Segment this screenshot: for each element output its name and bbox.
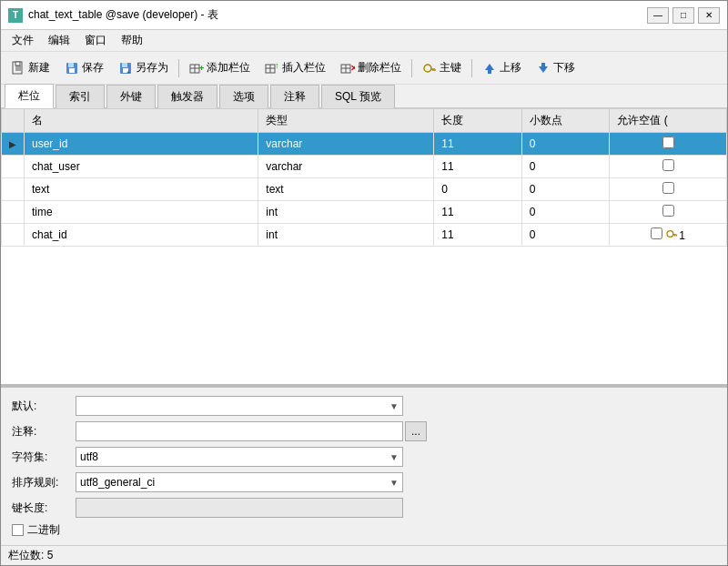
close-button[interactable]: ✕ xyxy=(698,7,720,24)
main-area: 名 类型 长度 小数点 允许空值 ( ▶user_idvarchar110cha… xyxy=(1,108,727,545)
row-type[interactable]: int xyxy=(258,224,434,247)
saveas-icon: + xyxy=(118,61,133,76)
binary-checkbox[interactable] xyxy=(12,524,24,536)
minimize-button[interactable]: — xyxy=(647,7,669,24)
row-allownull[interactable] xyxy=(610,201,727,224)
row-length[interactable]: 11 xyxy=(434,224,522,247)
keylength-label: 键长度: xyxy=(12,500,76,516)
allownull-checkbox[interactable] xyxy=(662,182,674,194)
save-button[interactable]: 保存 xyxy=(58,56,110,81)
comment-row: 注释: ... xyxy=(12,420,716,442)
comment-dots-button[interactable]: ... xyxy=(405,421,427,441)
binary-row: 二进制 xyxy=(12,522,716,538)
new-label: 新建 xyxy=(28,60,50,76)
keylength-input xyxy=(76,498,403,518)
row-indicator xyxy=(2,156,25,178)
tab-triggers[interactable]: 触发器 xyxy=(157,85,217,108)
allownull-checkbox[interactable] xyxy=(662,159,674,171)
table-row[interactable]: chat_idint1101 xyxy=(2,224,727,247)
collation-value: utf8_general_ci xyxy=(80,476,155,489)
svg-text:+: + xyxy=(199,64,204,73)
menu-file[interactable]: 文件 xyxy=(5,31,41,50)
svg-point-24 xyxy=(424,65,431,72)
default-label: 默认: xyxy=(12,399,76,414)
col-type-header: 类型 xyxy=(258,109,434,133)
comment-input[interactable] xyxy=(76,421,403,441)
table-row[interactable]: chat_uservarchar110 xyxy=(2,156,727,178)
moveup-button[interactable]: 上移 xyxy=(476,56,528,81)
row-name[interactable]: chat_user xyxy=(25,156,258,178)
insertcol-button[interactable]: ↑ 插入栏位 xyxy=(258,56,332,81)
row-indicator xyxy=(2,201,25,224)
movedown-icon xyxy=(536,61,551,76)
row-allownull[interactable]: 1 xyxy=(610,224,727,247)
row-name[interactable]: user_id xyxy=(25,133,258,156)
row-allownull[interactable] xyxy=(610,133,727,156)
movedown-button[interactable]: 下移 xyxy=(530,56,581,81)
tab-columns[interactable]: 栏位 xyxy=(5,84,54,108)
menu-help[interactable]: 帮助 xyxy=(114,31,150,50)
table-scroll[interactable]: 名 类型 长度 小数点 允许空值 ( ▶user_idvarchar110cha… xyxy=(1,108,727,384)
row-type[interactable]: int xyxy=(258,201,434,224)
row-name[interactable]: chat_id xyxy=(25,224,258,247)
default-select[interactable]: ▼ xyxy=(76,396,403,416)
svg-rect-9 xyxy=(122,63,127,67)
svg-rect-31 xyxy=(541,63,545,66)
row-allownull[interactable] xyxy=(610,178,727,201)
toolbar-separator-1 xyxy=(178,59,179,77)
svg-point-32 xyxy=(667,231,673,238)
tab-indexes[interactable]: 索引 xyxy=(56,85,105,108)
tab-sqlpreview[interactable]: SQL 预览 xyxy=(321,85,395,108)
collation-dropdown-icon: ▼ xyxy=(389,478,399,488)
allownull-checkbox[interactable] xyxy=(662,205,674,217)
moveup-icon xyxy=(482,61,497,76)
row-length[interactable]: 11 xyxy=(434,133,522,156)
charset-select[interactable]: utf8 ▼ xyxy=(76,447,403,467)
row-name[interactable]: time xyxy=(25,201,258,224)
svg-rect-1 xyxy=(15,62,20,66)
key-number: 1 xyxy=(679,229,685,242)
menu-window[interactable]: 窗口 xyxy=(77,31,114,50)
window-title: chat_text_table @save (developer) - 表 xyxy=(28,7,218,23)
row-decimal[interactable]: 0 xyxy=(521,201,610,224)
insertcol-label: 插入栏位 xyxy=(282,60,326,76)
addcol-button[interactable]: + 添加栏位 xyxy=(183,56,257,81)
collation-label: 排序规则: xyxy=(12,475,76,490)
menu-edit[interactable]: 编辑 xyxy=(41,31,77,50)
new-button[interactable]: 新建 xyxy=(5,56,56,81)
row-decimal[interactable]: 0 xyxy=(521,133,610,156)
row-name[interactable]: text xyxy=(25,178,258,201)
row-length[interactable]: 0 xyxy=(434,178,522,201)
row-decimal[interactable]: 0 xyxy=(521,224,610,247)
table-row[interactable]: texttext00 xyxy=(2,178,727,201)
saveas-label: 另存为 xyxy=(136,60,168,76)
deletecol-button[interactable]: ✕ 删除栏位 xyxy=(334,56,408,81)
col-indicator-header xyxy=(2,109,25,133)
col-name-header: 名 xyxy=(25,109,258,133)
addcol-icon: + xyxy=(189,61,204,76)
table-row[interactable]: ▶user_idvarchar110 xyxy=(2,133,727,156)
tab-foreignkeys[interactable]: 外键 xyxy=(106,85,156,108)
col-decimal-header: 小数点 xyxy=(521,109,610,133)
maximize-button[interactable]: □ xyxy=(672,7,694,24)
svg-text:+: + xyxy=(126,69,130,76)
row-decimal[interactable]: 0 xyxy=(521,156,610,178)
allownull-checkbox[interactable] xyxy=(651,227,662,239)
row-allownull[interactable] xyxy=(610,156,727,178)
row-type[interactable]: varchar xyxy=(258,133,434,156)
saveas-button[interactable]: + 另存为 xyxy=(112,56,175,81)
row-type[interactable]: varchar xyxy=(258,156,434,178)
row-length[interactable]: 11 xyxy=(434,201,522,224)
comment-label: 注释: xyxy=(12,424,76,440)
menu-bar: 文件 编辑 窗口 帮助 xyxy=(1,30,727,52)
allownull-checkbox[interactable] xyxy=(662,136,674,148)
row-decimal[interactable]: 0 xyxy=(521,178,610,201)
table-row[interactable]: timeint110 xyxy=(2,201,727,224)
tab-options[interactable]: 选项 xyxy=(219,85,268,108)
primarykey-button[interactable]: 主键 xyxy=(416,56,468,81)
collation-select[interactable]: utf8_general_ci ▼ xyxy=(76,472,403,492)
tab-comment[interactable]: 注释 xyxy=(270,85,319,108)
row-length[interactable]: 11 xyxy=(434,156,522,178)
row-type[interactable]: text xyxy=(258,178,434,201)
title-controls: — □ ✕ xyxy=(647,7,720,24)
